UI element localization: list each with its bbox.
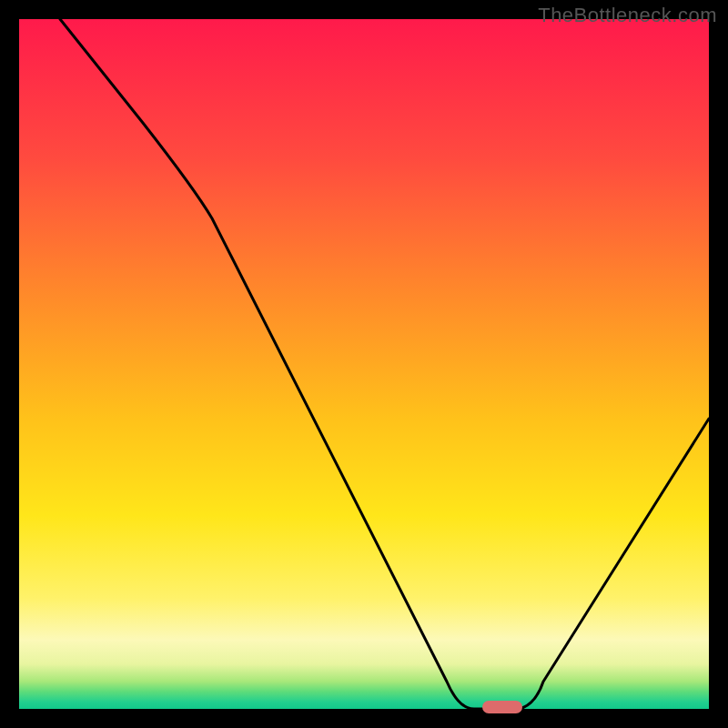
chart-frame: TheBottleneck.com bbox=[0, 0, 728, 728]
sweet-spot-marker bbox=[482, 701, 522, 713]
watermark-text: TheBottleneck.com bbox=[538, 4, 717, 27]
chart-svg bbox=[0, 0, 728, 728]
plot-background bbox=[19, 19, 709, 709]
